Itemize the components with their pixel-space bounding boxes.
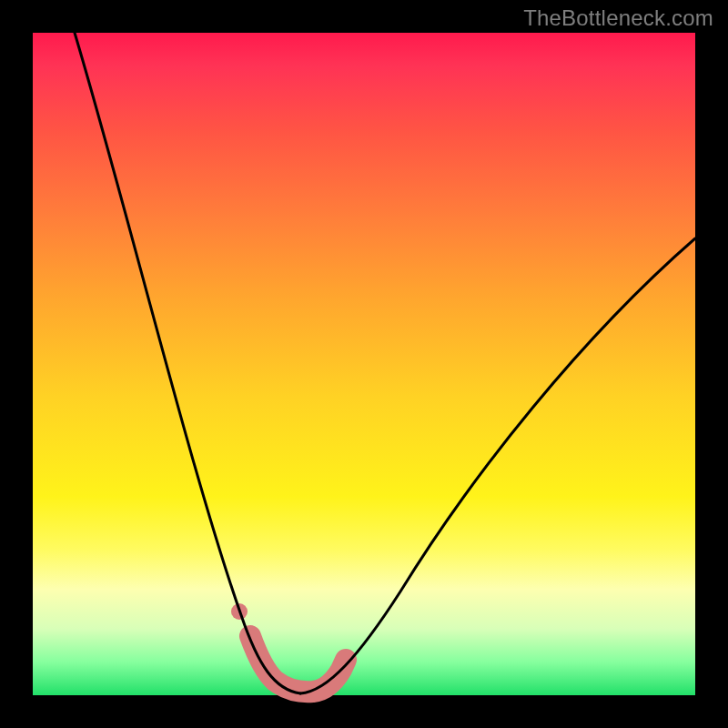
chart-svg: [0, 0, 728, 728]
watermark-text: TheBottleneck.com: [523, 5, 713, 31]
chart-frame: TheBottleneck.com: [0, 0, 728, 728]
bottleneck-curve-right: [300, 238, 695, 693]
highlight-segment: [250, 636, 346, 692]
bottleneck-curve-left: [75, 33, 300, 693]
